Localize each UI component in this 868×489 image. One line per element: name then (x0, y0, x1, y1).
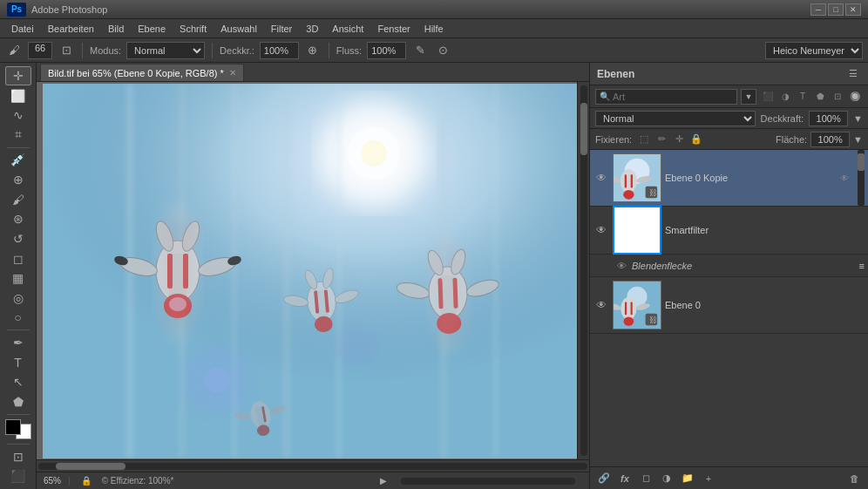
menu-item-bearbeiten[interactable]: Bearbeiten (42, 22, 100, 36)
fluss-input[interactable] (367, 42, 406, 59)
search-dropdown-button[interactable]: ▼ (741, 89, 756, 105)
toolbar-separator-1 (7, 147, 30, 148)
fill-dropdown-icon[interactable]: ▼ (853, 134, 863, 145)
fix-move-icon[interactable]: ✛ (672, 132, 686, 146)
blendenflecke-vis-icon[interactable]: 👁 (614, 259, 628, 273)
profile-select[interactable]: Heico Neumeyer (765, 42, 863, 59)
canvas-horizontal-scrollbar[interactable] (37, 459, 589, 472)
layer-item-blendenflecke[interactable]: 👁 Blendenflecke ≡ (590, 255, 868, 277)
clone-tool[interactable]: ⊛ (5, 209, 31, 228)
group-button[interactable]: 📁 (679, 471, 696, 486)
opt-separator-1 (82, 43, 83, 58)
link-layers-button[interactable]: 🔗 (595, 471, 613, 486)
blur-tool[interactable]: ◎ (5, 289, 31, 308)
panel-menu-icon[interactable]: ☰ (845, 66, 861, 82)
pen-tool[interactable]: ✒ (5, 333, 31, 352)
layer-item-smartfilter-header[interactable]: 👁 Smartfilter (590, 207, 868, 255)
color-swatches[interactable] (5, 419, 31, 439)
brush-tool-icon[interactable]: 🖌 (5, 42, 23, 59)
close-button[interactable]: ✕ (845, 3, 861, 16)
canvas-image (43, 84, 583, 458)
select-rect-tool[interactable]: ⬜ (5, 86, 31, 105)
history-tool[interactable]: ↺ (5, 229, 31, 248)
filter-pixel-icon[interactable]: ⬛ (760, 89, 776, 105)
eyedropper-tool[interactable]: 💉 (5, 151, 31, 170)
opacity-dropdown-icon[interactable]: ▼ (853, 113, 863, 124)
canvas-wrapper[interactable] (37, 82, 589, 459)
maximize-button[interactable]: □ (828, 3, 844, 16)
brush-preset-icon[interactable]: ⊡ (58, 42, 75, 59)
menu-item-3d[interactable]: 3D (300, 22, 324, 36)
brush-tool[interactable]: 🖌 (5, 190, 31, 209)
filter-adjust-icon[interactable]: ◑ (777, 89, 793, 105)
dodge-tool[interactable]: ○ (5, 309, 31, 328)
menu-item-filter[interactable]: Filter (265, 22, 298, 36)
modus-label: Modus: (90, 45, 121, 56)
screen-mode-tool[interactable]: ⬛ (5, 466, 31, 486)
layer-item-ebene0kopie[interactable]: 👁 (590, 150, 868, 207)
filter-toggle-icon[interactable]: 🔘 (847, 89, 863, 105)
menu-item-ansicht[interactable]: Ansicht (326, 22, 370, 36)
eraser-tool[interactable]: ◻ (5, 249, 31, 268)
delete-layer-button[interactable]: 🗑 (845, 471, 863, 486)
foreground-color[interactable] (5, 419, 21, 435)
layer-visibility-ebene0kopie[interactable]: 👁 (593, 170, 609, 186)
quick-mask-tool[interactable]: ⊡ (5, 447, 31, 466)
move-tool[interactable]: ✛ (5, 66, 31, 85)
fix-brush-icon[interactable]: ✏ (654, 132, 668, 146)
new-layer-button[interactable]: + (700, 471, 717, 486)
hscroll-thumb[interactable] (56, 463, 125, 470)
search-input-wrap[interactable]: 🔍 (595, 89, 737, 105)
options-bar: 🖌 66 ⊡ Modus: Normal Multiplizieren Über… (0, 38, 868, 63)
airbrush-icon[interactable]: ✎ (411, 42, 429, 59)
menu-item-auswahl[interactable]: Auswahl (214, 22, 263, 36)
text-tool[interactable]: T (5, 353, 31, 372)
gradient-tool[interactable]: ▦ (5, 268, 31, 288)
search-input[interactable] (613, 92, 733, 102)
svg-rect-63 (625, 174, 627, 187)
shape-tool[interactable]: ⬟ (5, 392, 31, 411)
adjustment-button[interactable]: ◑ (658, 471, 675, 486)
settings-icon[interactable]: ⊙ (434, 42, 451, 59)
layer-item-ebene0[interactable]: 👁 ⛓ (590, 277, 868, 334)
fix-checkerboard-icon[interactable]: ⬚ (637, 132, 651, 146)
filter-text-icon[interactable]: T (795, 89, 810, 105)
healing-tool[interactable]: ⊕ (5, 170, 31, 189)
filter-shape-icon[interactable]: ⬟ (812, 89, 828, 105)
vscroll-thumb[interactable] (580, 103, 587, 155)
tab-bar: Bild.tif bei 65% (Ebene 0 Kopie, RGB/8) … (37, 63, 589, 82)
blendenflecke-label: Blendenflecke (632, 261, 692, 271)
fix-lock-icon[interactable]: 🔒 (689, 132, 703, 146)
modus-select[interactable]: Normal Multiplizieren Überlagern (126, 42, 205, 59)
tab-close-button[interactable]: ✕ (229, 68, 236, 78)
canvas-vertical-scrollbar[interactable] (577, 82, 589, 459)
svg-rect-57 (43, 84, 583, 458)
layer-visibility-ebene0[interactable]: 👁 (593, 297, 609, 313)
titlebar-controls[interactable]: ─ □ ✕ (810, 3, 861, 16)
filter-smart-icon[interactable]: ⊡ (830, 89, 845, 105)
crop-tool[interactable]: ⌗ (5, 126, 31, 145)
brush-size-input[interactable]: 66 (28, 42, 52, 59)
blendenflecke-settings-icon[interactable]: ≡ (859, 261, 865, 271)
left-toolbar: ✛ ⬜ ∿ ⌗ 💉 ⊕ 🖌 ⊛ ↺ ◻ ▦ ◎ ○ ✒ T ↖ ⬟ ⊡ ⬛ (0, 63, 37, 489)
menu-item-hilfe[interactable]: Hilfe (418, 22, 450, 36)
fx-button[interactable]: fx (616, 471, 634, 486)
minimize-button[interactable]: ─ (810, 3, 826, 16)
menu-item-datei[interactable]: Datei (5, 22, 40, 36)
menu-item-schrift[interactable]: Schrift (173, 22, 213, 36)
layer-visibility-smartfilter[interactable]: 👁 (593, 222, 609, 238)
pressure-icon[interactable]: ⊕ (304, 42, 322, 59)
add-mask-button[interactable]: ◻ (637, 471, 654, 486)
select-lasso-tool[interactable]: ∿ (5, 105, 31, 125)
deckkraft-input[interactable] (260, 42, 299, 59)
path-select-tool[interactable]: ↖ (5, 372, 31, 391)
menu-item-fenster[interactable]: Fenster (371, 22, 416, 36)
menu-item-bild[interactable]: Bild (102, 22, 130, 36)
fill-input[interactable] (810, 132, 850, 147)
canvas-tab[interactable]: Bild.tif bei 65% (Ebene 0 Kopie, RGB/8) … (40, 64, 244, 81)
opacity-input[interactable] (809, 111, 848, 126)
menu-item-ebene[interactable]: Ebene (132, 22, 172, 36)
status-play[interactable]: ▶ (380, 476, 387, 486)
layer-eye-right-ebene0kopie[interactable]: 👁 (837, 170, 852, 186)
blend-mode-select[interactable]: Normal Multiplizieren Überlagern (595, 111, 756, 126)
